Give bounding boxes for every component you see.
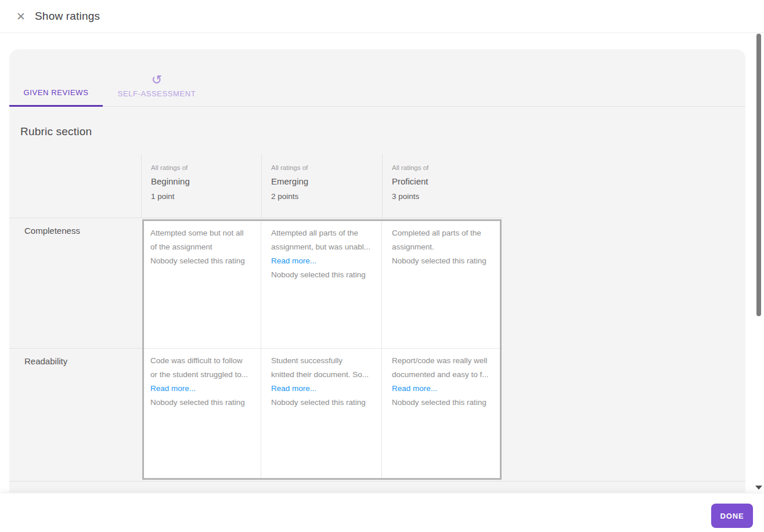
- cell-text: Attempted all parts of the: [271, 226, 377, 240]
- column-name: Emerging: [271, 176, 382, 187]
- tab-bar: GIVEN REVIEWS ↺ SELF-ASSESSMENT: [9, 49, 745, 107]
- column-name: Proficient: [392, 176, 503, 187]
- dialog-title: Show ratings: [35, 10, 100, 23]
- cell-text: Code was difficult to follow: [150, 354, 256, 368]
- rating-status: Nobody selected this rating: [271, 268, 377, 282]
- column-header-proficient: All ratings of Proficient 3 points: [382, 154, 503, 218]
- rating-cell-completeness-emerging: Attempted all parts of the assignment, b…: [261, 221, 382, 349]
- cell-text: assignment.: [392, 240, 495, 254]
- cell-text: knitted their document. So...: [271, 368, 377, 382]
- rating-status: Nobody selected this rating: [392, 396, 495, 410]
- column-points: 2 points: [271, 191, 382, 202]
- tab-given-reviews-label: GIVEN REVIEWS: [24, 88, 89, 97]
- rating-cell-completeness-proficient: Completed all parts of the assignment. N…: [382, 221, 500, 349]
- column-header-emerging: All ratings of Emerging 2 points: [261, 154, 382, 218]
- refresh-icon: ↺: [152, 74, 162, 86]
- cell-text: Report/code was really well: [392, 354, 495, 368]
- cell-text: Student successfully: [271, 354, 377, 368]
- dialog-header: ✕ Show ratings: [0, 0, 764, 33]
- cell-text: Attempted some but not all: [150, 226, 256, 240]
- tab-self-assessment[interactable]: ↺ SELF-ASSESSMENT: [103, 49, 211, 106]
- table-bottom-divider: [9, 481, 745, 482]
- done-button[interactable]: DONE: [711, 504, 753, 528]
- scrollbar-thumb[interactable]: [756, 34, 761, 316]
- column-name: Beginning: [151, 176, 261, 187]
- rating-cell-readability-emerging: Student successfully knitted their docum…: [261, 349, 382, 478]
- cell-text: or the student struggled to...: [150, 368, 256, 382]
- rubric-section-title: Rubric section: [20, 125, 92, 138]
- rating-cell-readability-proficient: Report/code was really well documented a…: [382, 349, 500, 478]
- column-prefix: All ratings of: [271, 163, 382, 172]
- cell-text: documented and easy to f...: [392, 368, 495, 382]
- cell-text: Completed all parts of the: [392, 226, 495, 240]
- cell-text: of the assignment: [150, 240, 256, 254]
- column-header-beginning: All ratings of Beginning 1 point: [141, 154, 261, 218]
- column-prefix: All ratings of: [151, 163, 261, 172]
- rating-status: Nobody selected this rating: [150, 396, 256, 410]
- close-icon[interactable]: ✕: [14, 9, 28, 23]
- dialog-body: GIVEN REVIEWS ↺ SELF-ASSESSMENT Rubric s…: [0, 34, 764, 494]
- rating-status: Nobody selected this rating: [150, 254, 256, 268]
- read-more-link[interactable]: Read more...: [271, 382, 377, 396]
- cell-text: assignment, but was unabl...: [271, 240, 377, 254]
- read-more-link[interactable]: Read more...: [392, 382, 495, 396]
- scrollbar-down-arrow-icon[interactable]: [755, 486, 762, 490]
- column-points: 3 points: [392, 191, 503, 202]
- ratings-highlight-box: Attempted some but not all of the assign…: [142, 219, 502, 480]
- header-spacer: [9, 154, 141, 218]
- rating-cell-completeness-beginning: Attempted some but not all of the assign…: [144, 221, 261, 349]
- rubric-column-headers: All ratings of Beginning 1 point All rat…: [9, 154, 503, 218]
- column-prefix: All ratings of: [392, 163, 503, 172]
- rating-status: Nobody selected this rating: [392, 254, 495, 268]
- rating-cell-readability-beginning: Code was difficult to follow or the stud…: [144, 349, 261, 478]
- tab-given-reviews[interactable]: GIVEN REVIEWS: [9, 49, 103, 107]
- column-points: 1 point: [151, 191, 261, 202]
- dialog-footer: DONE: [0, 494, 764, 532]
- tab-self-assessment-label: SELF-ASSESSMENT: [118, 89, 196, 98]
- read-more-link[interactable]: Read more...: [150, 382, 256, 396]
- ratings-card: GIVEN REVIEWS ↺ SELF-ASSESSMENT Rubric s…: [9, 49, 745, 493]
- read-more-link[interactable]: Read more...: [271, 254, 377, 268]
- rating-status: Nobody selected this rating: [271, 396, 377, 410]
